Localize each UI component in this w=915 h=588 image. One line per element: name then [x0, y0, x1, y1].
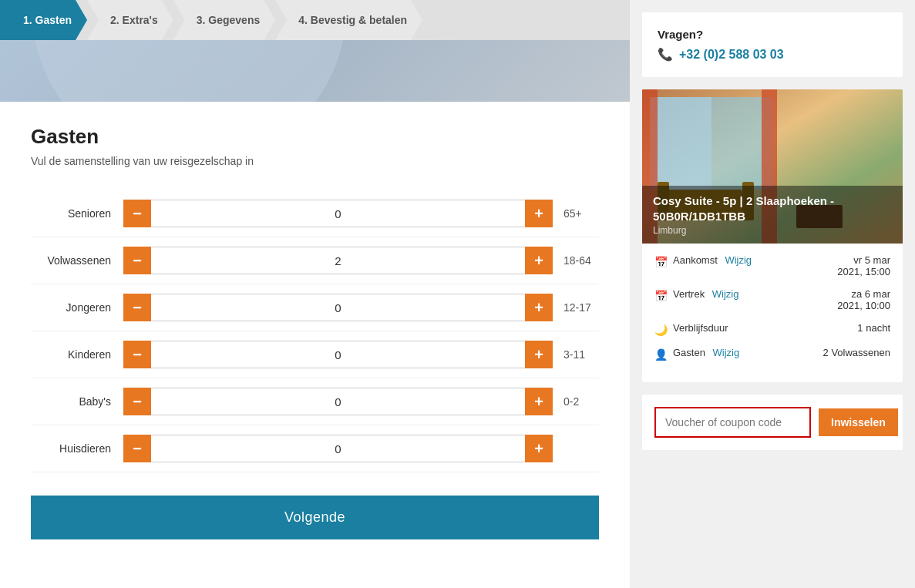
senioren-increment-button[interactable]: +: [525, 200, 553, 227]
detail-row-gasten: 👤 Gasten Wijzig 2 Volwassenen: [654, 347, 890, 361]
huisdieren-increment-button[interactable]: +: [525, 435, 553, 462]
detail-row-verblijfsduur: 🌙 Verblijfsduur 1 nacht: [654, 322, 890, 336]
page-title: Gasten: [31, 125, 599, 149]
jongeren-increment-button[interactable]: +: [525, 294, 553, 321]
calendar-icon-vertrek: 📅: [654, 290, 673, 302]
questions-title: Vragen?: [658, 28, 887, 41]
guest-row-volwassenen: Volwassenen − 2 + 18-64: [31, 237, 599, 284]
guest-label-huisdieren: Huisdieren: [31, 442, 123, 455]
coupon-box: Inwisselen: [642, 395, 903, 450]
jongeren-age-range: 12-17: [553, 301, 599, 314]
babys-age-range: 0-2: [553, 395, 599, 408]
guest-row-jongeren: Jongeren − 0 + 12-17: [31, 284, 599, 331]
stepper-jongeren: − 0 +: [123, 294, 553, 321]
accommodation-image: Cosy Suite - 5p | 2 Slaaphoeken - 50B0R/…: [642, 89, 903, 244]
step-4-label: 4. Bevestig & betalen: [298, 14, 407, 26]
aankomst-value: vr 5 mar2021, 15:00: [837, 254, 890, 277]
step-1-label: 1. Gasten: [23, 14, 72, 26]
phone-number[interactable]: +32 (0)2 588 03 03: [679, 48, 784, 62]
guest-label-babys: Baby's: [31, 395, 123, 408]
verblijfsduur-value: 1 nacht: [857, 322, 890, 334]
guest-row-senioren: Senioren − 0 + 65+: [31, 190, 599, 237]
senioren-value: 0: [151, 200, 525, 227]
vertrek-wijzig-link[interactable]: Wijzig: [712, 288, 739, 300]
guest-row-kinderen: Kinderen − 0 + 3-11: [31, 331, 599, 378]
guest-row-babys: Baby's − 0 + 0-2: [31, 378, 599, 425]
babys-value: 0: [151, 388, 525, 415]
aankomst-wijzig-link[interactable]: Wijzig: [725, 254, 752, 266]
accommodation-box: Cosy Suite - 5p | 2 Slaaphoeken - 50B0R/…: [642, 89, 903, 382]
senioren-age-range: 65+: [553, 207, 599, 220]
coupon-redeem-button[interactable]: Inwisselen: [819, 408, 898, 436]
main-content: Gasten Vul de samenstelling van uw reisg…: [0, 102, 630, 588]
next-button[interactable]: Volgende: [31, 496, 599, 539]
kinderen-decrement-button[interactable]: −: [123, 341, 151, 368]
jongeren-value: 0: [151, 294, 525, 321]
progress-step-1[interactable]: 1. Gasten: [0, 0, 87, 40]
detail-label-gasten: Gasten Wijzig: [673, 347, 823, 358]
stepper-babys: − 0 +: [123, 388, 553, 415]
next-button-wrapper: Volgende: [31, 496, 599, 539]
volwassenen-age-range: 18-64: [553, 254, 599, 267]
babys-decrement-button[interactable]: −: [123, 388, 151, 415]
svg-rect-2: [650, 97, 711, 190]
step-3-label: 3. Gegevens: [197, 14, 261, 26]
step-2-label: 2. Extra's: [110, 14, 158, 26]
huisdieren-decrement-button[interactable]: −: [123, 435, 151, 462]
coupon-input[interactable]: [654, 407, 811, 438]
detail-row-vertrek: 📅 Vertrek Wijzig za 6 mar2021, 10:00: [654, 288, 890, 311]
gasten-value: 2 Volwassenen: [823, 347, 890, 358]
guest-list: Senioren − 0 + 65+ Volwassenen − 2 +: [31, 190, 599, 472]
stepper-senioren: − 0 +: [123, 200, 553, 227]
right-panel: Vragen? 📞 +32 (0)2 588 03 03: [630, 0, 915, 588]
accommodation-name: Cosy Suite - 5p | 2 Slaaphoeken - 50B0R/…: [653, 193, 892, 223]
accommodation-details: 📅 Aankomst Wijzig vr 5 mar2021, 15:00 📅 …: [642, 244, 903, 382]
progress-bar: 1. Gasten 2. Extra's 3. Gegevens 4. Beve…: [0, 0, 630, 40]
kinderen-age-range: 3-11: [553, 348, 599, 361]
accommodation-location: Limburg: [653, 225, 892, 236]
page-subtitle: Vul de samenstelling van uw reisgezelsch…: [31, 155, 599, 167]
progress-step-3[interactable]: 3. Gegevens: [173, 0, 276, 40]
detail-label-vertrek: Vertrek Wijzig: [673, 288, 837, 300]
guest-row-huisdieren: Huisdieren − 0 +: [31, 425, 599, 472]
senioren-decrement-button[interactable]: −: [123, 200, 151, 227]
volwassenen-value: 2: [151, 247, 525, 274]
detail-label-verblijfsduur: Verblijfsduur: [673, 322, 857, 334]
kinderen-increment-button[interactable]: +: [525, 341, 553, 368]
gasten-wijzig-link[interactable]: Wijzig: [713, 347, 740, 358]
progress-step-4[interactable]: 4. Bevestig & betalen: [275, 0, 422, 40]
guest-label-kinderen: Kinderen: [31, 348, 123, 361]
detail-row-aankomst: 📅 Aankomst Wijzig vr 5 mar2021, 15:00: [654, 254, 890, 277]
stepper-kinderen: − 0 +: [123, 341, 553, 368]
vertrek-value: za 6 mar2021, 10:00: [837, 288, 890, 311]
calendar-icon-aankomst: 📅: [654, 256, 673, 268]
volwassenen-increment-button[interactable]: +: [525, 247, 553, 274]
questions-box: Vragen? 📞 +32 (0)2 588 03 03: [642, 12, 903, 77]
hero-image: [0, 40, 630, 102]
huisdieren-value: 0: [151, 435, 525, 462]
progress-step-2[interactable]: 2. Extra's: [87, 0, 173, 40]
moon-icon: 🌙: [654, 324, 673, 336]
guest-label-volwassenen: Volwassenen: [31, 254, 123, 267]
kinderen-value: 0: [151, 341, 525, 368]
stepper-volwassenen: − 2 +: [123, 247, 553, 274]
babys-increment-button[interactable]: +: [525, 388, 553, 415]
accommodation-overlay: Cosy Suite - 5p | 2 Slaaphoeken - 50B0R/…: [642, 186, 903, 244]
volwassenen-decrement-button[interactable]: −: [123, 247, 151, 274]
phone-icon: 📞: [658, 47, 673, 62]
jongeren-decrement-button[interactable]: −: [123, 294, 151, 321]
detail-label-aankomst: Aankomst Wijzig: [673, 254, 837, 266]
stepper-huisdieren: − 0 +: [123, 435, 553, 462]
guest-label-senioren: Senioren: [31, 207, 123, 220]
phone-line: 📞 +32 (0)2 588 03 03: [658, 47, 887, 62]
person-icon: 👤: [654, 348, 673, 361]
guest-label-jongeren: Jongeren: [31, 301, 123, 314]
